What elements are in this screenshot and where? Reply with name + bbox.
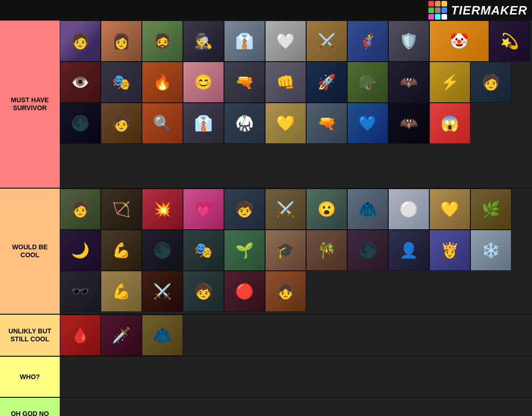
list-item: ⚔️ [142, 271, 183, 312]
logo-grid-icon [428, 1, 447, 20]
tier-label-oh-god-no: OH GOD NO PLEASE NO [0, 398, 60, 416]
list-item: 🌑 [347, 230, 388, 271]
list-item: 🗡️ [101, 315, 142, 356]
logo-cell [435, 1, 441, 7]
tierlist: TiERMAKER MUST HAVE SURVIVOR 🧑 👩 🧔 🕵️ 👔 … [0, 0, 532, 416]
list-item: 💗 [183, 189, 224, 230]
list-item: 🎓 [265, 230, 306, 271]
list-item: 👧 [265, 271, 306, 312]
list-item: ⚡ [429, 62, 470, 103]
list-item: 🧔 [142, 21, 183, 62]
list-item: 🌱 [224, 230, 265, 271]
list-item: 🧑 [101, 103, 142, 144]
list-item: ⚔️ [306, 21, 347, 62]
logo-cell [435, 14, 441, 20]
list-item: 🎭 [183, 230, 224, 271]
header: TiERMAKER [0, 0, 532, 21]
list-item: 💫 [489, 21, 530, 62]
tier-content-unlikly: 🩸 🗡️ 🧥 [60, 315, 532, 356]
tier-row-must-have: MUST HAVE SURVIVOR 🧑 👩 🧔 🕵️ 👔 🤍 ⚔️ 🦸 🛡️ … [0, 21, 532, 189]
list-item: ❄️ [470, 230, 511, 271]
list-item: 🕶️ [60, 271, 101, 312]
list-item: ⚔️ [265, 189, 306, 230]
list-item: 🧒 [183, 271, 224, 312]
list-item: 🌑 [60, 103, 101, 144]
tier-content-would-be-cool: 🧑 🏹 💥 💗 🧒 ⚔️ 😮 🧥 ⚪ 💛 🌿 🌙 💪 🌑 🎭 🌱 🎓 🎋 🌑 👤… [60, 189, 532, 314]
list-item: 🔍 [142, 103, 183, 144]
list-item: 🧑 [470, 62, 511, 103]
list-item: 💪 [101, 271, 142, 312]
list-item: 👤 [388, 230, 429, 271]
list-item: 👔 [183, 103, 224, 144]
list-item: 🔫 [306, 103, 347, 144]
list-item: 🤍 [265, 21, 306, 62]
list-item: 🚀 [306, 62, 347, 103]
list-item: 🧑 [60, 21, 101, 62]
list-item: 💙 [347, 103, 388, 144]
logo-cell [428, 7, 434, 13]
list-item: 🌑 [142, 230, 183, 271]
logo-cell [428, 1, 434, 7]
list-item: 🧥 [347, 189, 388, 230]
list-item: 🧑 [60, 189, 101, 230]
list-item: 💛 [429, 189, 470, 230]
list-item: 👔 [224, 21, 265, 62]
list-item: 🔥 [142, 62, 183, 103]
logo-cell [435, 7, 441, 13]
tier-label-must-have: MUST HAVE SURVIVOR [0, 21, 60, 188]
tiermaker-logo: TiERMAKER [428, 1, 527, 20]
tier-label-would-be-cool: WOULD BE COOL [0, 189, 60, 314]
list-item: 👊 [265, 62, 306, 103]
logo-cell [441, 7, 447, 13]
list-item: 😊 [183, 62, 224, 103]
list-item: 👩 [101, 21, 142, 62]
list-item: 💪 [101, 230, 142, 271]
tier-label-who: WHO? [0, 357, 60, 397]
tier-row-would-be-cool: WOULD BE COOL 🧑 🏹 💥 💗 🧒 ⚔️ 😮 🧥 ⚪ 💛 🌿 🌙 💪… [0, 189, 532, 315]
list-item: 😱 [429, 103, 470, 144]
list-item: 🧒 [224, 189, 265, 230]
list-item: 😮 [306, 189, 347, 230]
list-item: 🎭 [101, 62, 142, 103]
tier-label-unlikly: UNLIKLY BUT STILL COOL [0, 315, 60, 356]
list-item: 🦸 [347, 21, 388, 62]
tier-row-oh-god-no: OH GOD NO PLEASE NO [0, 398, 532, 416]
list-item: 🧥 [142, 315, 183, 356]
list-item: 👁️ [60, 62, 101, 103]
logo-cell [428, 14, 434, 20]
logo-cell [441, 1, 447, 7]
list-item: 🌙 [60, 230, 101, 271]
list-item: 🪖 [347, 62, 388, 103]
list-item: ⚪ [388, 189, 429, 230]
list-item: 🦇 [388, 103, 429, 144]
tier-row-who: WHO? [0, 357, 532, 398]
list-item: 💥 [142, 189, 183, 230]
tiermaker-logo-text: TiERMAKER [451, 3, 527, 18]
tier-content-who [60, 357, 532, 397]
list-item: 🤡 [429, 21, 489, 62]
list-item: 🥋 [224, 103, 265, 144]
tier-content-oh-god-no [60, 398, 532, 416]
tier-content-must-have: 🧑 👩 🧔 🕵️ 👔 🤍 ⚔️ 🦸 🛡️ 🤡 💫 👁️ 🎭 🔥 😊 🔫 👊 🚀 … [60, 21, 532, 188]
logo-cell [441, 14, 447, 20]
list-item: 🕵️ [183, 21, 224, 62]
list-item: 🎋 [306, 230, 347, 271]
list-item: 🩸 [60, 315, 101, 356]
list-item: 🦇 [388, 62, 429, 103]
list-item: 🛡️ [388, 21, 429, 62]
tier-row-unlikly: UNLIKLY BUT STILL COOL 🩸 🗡️ 🧥 [0, 315, 532, 357]
list-item: 👸 [429, 230, 470, 271]
list-item: 💛 [265, 103, 306, 144]
list-item: 🔫 [224, 62, 265, 103]
list-item: 🌿 [470, 189, 511, 230]
list-item: 🔴 [224, 271, 265, 312]
list-item: 🏹 [101, 189, 142, 230]
